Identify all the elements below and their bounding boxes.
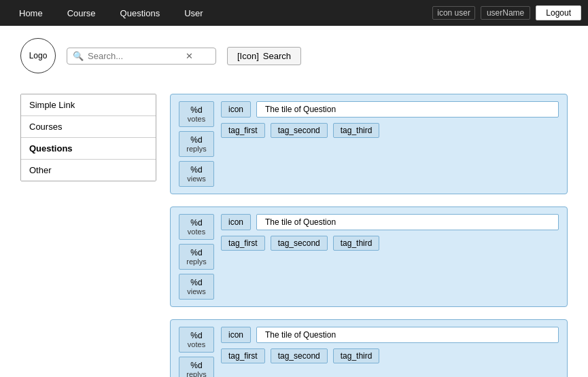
tag-second[interactable]: tag_second bbox=[271, 236, 328, 251]
tag-first[interactable]: tag_first bbox=[221, 236, 265, 251]
nav-questions[interactable]: Questions bbox=[108, 0, 173, 26]
views-value: %d bbox=[186, 278, 207, 287]
question-title[interactable]: The tile of Question bbox=[256, 101, 559, 118]
replys-value: %d bbox=[186, 248, 207, 257]
search-input[interactable] bbox=[88, 51, 183, 61]
tag-third[interactable]: tag_third bbox=[333, 236, 380, 251]
stats-col: %d votes %d replys %d views bbox=[179, 101, 214, 187]
questions-list: %d votes %d replys %d views icon The til… bbox=[170, 94, 568, 377]
tag-third[interactable]: tag_third bbox=[333, 123, 380, 138]
views-label: views bbox=[186, 287, 207, 295]
votes-label: votes bbox=[186, 340, 207, 348]
tag-second[interactable]: tag_second bbox=[271, 348, 328, 363]
replys-label: replys bbox=[186, 370, 207, 377]
votes-value: %d bbox=[186, 218, 207, 228]
nav-home[interactable]: Home bbox=[7, 0, 55, 26]
question-title[interactable]: The tile of Question bbox=[256, 327, 559, 343]
views-label: views bbox=[186, 175, 207, 183]
replys-value: %d bbox=[186, 135, 207, 145]
question-icon: icon bbox=[221, 327, 251, 343]
nav-user[interactable]: User bbox=[172, 0, 215, 26]
votes-label: votes bbox=[186, 115, 207, 123]
search-button-label: Search bbox=[263, 51, 291, 61]
votes-label: votes bbox=[186, 228, 207, 236]
views-stat: %d views bbox=[179, 161, 214, 187]
views-value: %d bbox=[186, 165, 207, 175]
question-card: %d votes %d replys %d views icon The til… bbox=[170, 319, 568, 377]
votes-value: %d bbox=[186, 331, 207, 340]
sidebar-item-other[interactable]: Other bbox=[21, 160, 156, 181]
question-card: %d votes %d replys %d views icon The til… bbox=[170, 94, 568, 194]
nav-right: icon user userName Logout bbox=[432, 5, 581, 20]
votes-stat: %d votes bbox=[179, 214, 214, 240]
question-title-row: icon The tile of Question bbox=[221, 327, 559, 343]
views-stat: %d views bbox=[179, 274, 214, 300]
stats-col: %d votes %d replys %d views bbox=[179, 327, 214, 377]
tag-second[interactable]: tag_second bbox=[271, 123, 328, 138]
header: Logo 🔍 ✕ [Icon] Search bbox=[0, 26, 588, 80]
search-bar: 🔍 ✕ bbox=[67, 48, 216, 65]
tags-row: tag_first tag_second tag_third bbox=[221, 236, 559, 251]
search-button-icon: [Icon] bbox=[237, 51, 259, 61]
sidebar-item-simple-link[interactable]: Simple Link bbox=[21, 94, 156, 116]
question-icon: icon bbox=[221, 101, 251, 118]
question-title[interactable]: The tile of Question bbox=[256, 214, 559, 230]
question-icon: icon bbox=[221, 214, 251, 230]
nav-course[interactable]: Course bbox=[55, 0, 108, 26]
search-clear-icon[interactable]: ✕ bbox=[186, 51, 193, 61]
stats-col: %d votes %d replys %d views bbox=[179, 214, 214, 300]
votes-value: %d bbox=[186, 105, 207, 115]
main-layout: Simple Link Courses Questions Other %d v… bbox=[0, 80, 588, 377]
tag-first[interactable]: tag_first bbox=[221, 348, 265, 363]
question-content: icon The tile of Question tag_first tag_… bbox=[221, 327, 559, 363]
votes-stat: %d votes bbox=[179, 327, 214, 353]
replys-stat: %d replys bbox=[179, 357, 214, 377]
nav-links: Home Course Questions User bbox=[7, 0, 215, 26]
tags-row: tag_first tag_second tag_third bbox=[221, 348, 559, 363]
sidebar-item-questions[interactable]: Questions bbox=[21, 138, 156, 160]
replys-label: replys bbox=[186, 257, 207, 266]
sidebar-box: Simple Link Courses Questions Other bbox=[20, 94, 156, 181]
search-button[interactable]: [Icon] Search bbox=[227, 47, 301, 65]
votes-stat: %d votes bbox=[179, 101, 214, 127]
navbar: Home Course Questions User icon user use… bbox=[0, 0, 588, 26]
replys-stat: %d replys bbox=[179, 131, 214, 157]
logo: Logo bbox=[20, 38, 56, 73]
sidebar: Simple Link Courses Questions Other bbox=[20, 94, 156, 377]
replys-stat: %d replys bbox=[179, 244, 214, 270]
question-title-row: icon The tile of Question bbox=[221, 214, 559, 230]
username-display: userName bbox=[481, 6, 530, 20]
tags-row: tag_first tag_second tag_third bbox=[221, 123, 559, 138]
tag-third[interactable]: tag_third bbox=[333, 348, 380, 363]
question-card: %d votes %d replys %d views icon The til… bbox=[170, 207, 568, 307]
replys-label: replys bbox=[186, 145, 207, 153]
sidebar-item-courses[interactable]: Courses bbox=[21, 116, 156, 138]
logout-button[interactable]: Logout bbox=[536, 5, 581, 20]
question-title-row: icon The tile of Question bbox=[221, 101, 559, 118]
logo-label: Logo bbox=[29, 51, 48, 60]
replys-value: %d bbox=[186, 361, 207, 370]
question-content: icon The tile of Question tag_first tag_… bbox=[221, 101, 559, 138]
search-icon: 🔍 bbox=[73, 51, 84, 61]
tag-first[interactable]: tag_first bbox=[221, 123, 265, 138]
question-content: icon The tile of Question tag_first tag_… bbox=[221, 214, 559, 251]
user-icon-label: icon user bbox=[432, 6, 475, 20]
